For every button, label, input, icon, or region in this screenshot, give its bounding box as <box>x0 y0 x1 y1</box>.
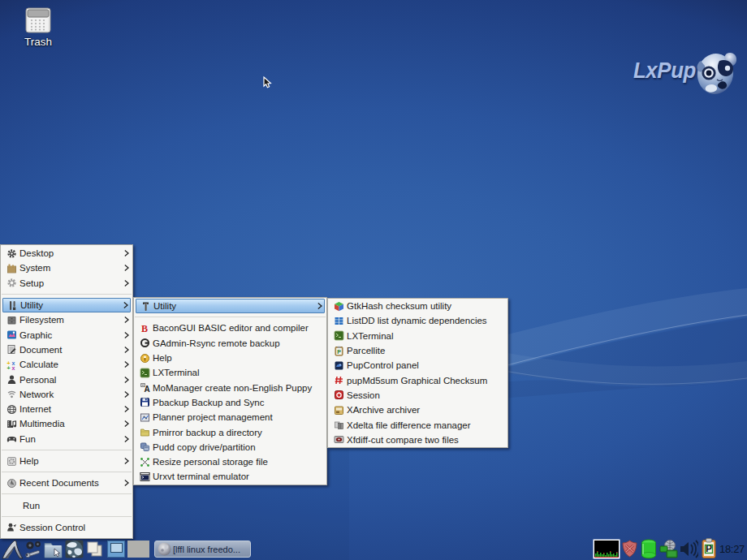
svg-text:A: A <box>145 385 150 394</box>
svg-text:B: B <box>141 323 148 334</box>
svg-text:x: x <box>12 364 15 370</box>
svg-text:P: P <box>337 348 341 354</box>
svg-text:+: + <box>7 364 11 370</box>
